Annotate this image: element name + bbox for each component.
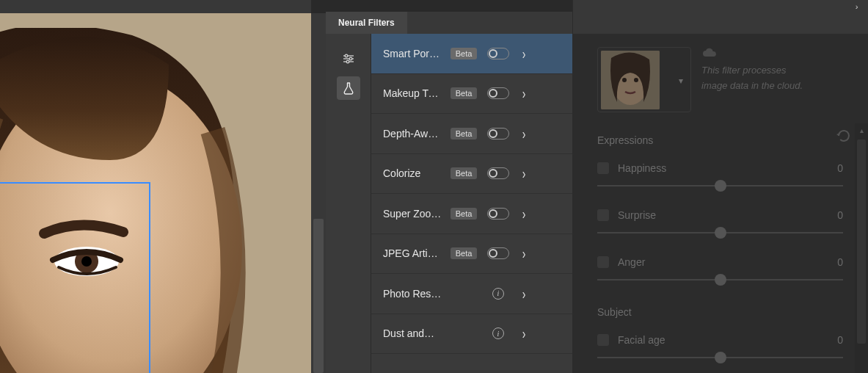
panel-body: Smart Por…Beta›Makeup Tr…Beta›Depth-Awa……	[326, 34, 572, 373]
expand-panel-button[interactable]: ››	[847, 1, 864, 12]
filter-item-6[interactable]: Photo Res…i›	[371, 274, 572, 314]
chevron-right-icon: ›	[522, 85, 526, 101]
filter-label: Depth-Awa…	[383, 128, 442, 140]
chevron-right-icon: ›	[522, 286, 526, 302]
filter-item-0[interactable]: Smart Por…Beta›	[371, 34, 572, 74]
slider-value: 0	[837, 256, 843, 268]
filter-toggle[interactable]	[487, 128, 509, 140]
document-tab-bar	[0, 0, 311, 13]
beta-badge: Beta	[451, 208, 478, 220]
slider-checkbox[interactable]	[597, 209, 609, 221]
slider-track[interactable]	[597, 225, 843, 240]
canvas-scrollbar[interactable]	[311, 13, 326, 373]
badge-slot: Beta	[449, 167, 478, 179]
cloud-notice-line1: This filter processes	[701, 63, 843, 79]
filter-toggle[interactable]	[487, 87, 509, 99]
slider-knob[interactable]	[715, 352, 726, 363]
slider-track[interactable]	[597, 350, 843, 365]
subject-slider-0: Facial age0	[597, 334, 843, 365]
section-title-expressions: Expressions	[597, 134, 843, 146]
filter-label: Dust and…	[383, 327, 442, 339]
slider-value: 0	[837, 162, 843, 174]
chevron-slot: ›	[518, 247, 530, 259]
filter-item-3[interactable]: ColorizeBeta›	[371, 154, 572, 195]
chevron-slot: ›	[518, 208, 530, 220]
filter-item-5[interactable]: JPEG Arti…Beta›	[371, 234, 572, 275]
chevron-slot: ›	[518, 327, 530, 339]
chevron-right-icon: ›	[522, 206, 526, 222]
face-thumbnail	[601, 51, 660, 109]
filter-toggle[interactable]	[487, 208, 509, 220]
slider-label: Happiness	[618, 162, 666, 174]
beta-badge: Beta	[451, 167, 478, 179]
svg-point-7	[349, 57, 352, 60]
panel-tab-strip: Neural Filters	[326, 12, 572, 34]
beta-filters-button[interactable]	[337, 76, 360, 100]
slider-track[interactable]	[597, 272, 843, 287]
toggle-slot	[486, 167, 511, 179]
slider-checkbox[interactable]	[597, 256, 609, 268]
beta-badge: Beta	[451, 247, 478, 259]
toggle-slot	[486, 87, 511, 99]
slider-knob[interactable]	[715, 274, 726, 286]
filter-toggle[interactable]	[487, 167, 509, 179]
neural-filters-panel: Neural Filters	[326, 0, 572, 373]
slider-label: Facial age	[618, 334, 665, 346]
toggle-slot	[486, 48, 511, 59]
svg-point-5	[345, 54, 348, 57]
featured-filters-button[interactable]	[337, 47, 360, 70]
face-selector[interactable]: ▾	[597, 47, 691, 112]
toggle-slot	[486, 128, 511, 140]
app-root: Neural Filters	[0, 0, 868, 373]
slider-header: Anger0	[597, 256, 843, 268]
info-icon[interactable]: i	[492, 327, 504, 339]
filter-item-4[interactable]: Super Zoo…Beta›	[371, 194, 572, 234]
cloud-notice: This filter processes image data in the …	[701, 47, 843, 94]
chevron-down-icon: ▾	[679, 76, 683, 86]
filter-item-2[interactable]: Depth-Awa…Beta›	[371, 114, 572, 154]
tab-neural-filters[interactable]: Neural Filters	[326, 12, 407, 34]
reset-button[interactable]	[836, 129, 850, 142]
badge-slot: Beta	[449, 87, 478, 99]
info-icon[interactable]: i	[492, 288, 504, 300]
filter-toggle[interactable]	[487, 48, 509, 59]
undo-icon	[836, 129, 850, 142]
slider-label: Surprise	[618, 209, 656, 221]
slider-header: Facial age0	[597, 334, 843, 346]
chevron-right-icon: ›	[522, 165, 526, 181]
chevron-slot: ›	[518, 128, 530, 140]
beta-badge: Beta	[451, 87, 478, 99]
slider-header: Surprise0	[597, 209, 843, 221]
filter-properties-panel: ›› ▾	[572, 0, 868, 373]
document-canvas[interactable]	[0, 13, 311, 373]
sliders-icon	[342, 52, 355, 65]
cloud-icon	[701, 47, 843, 59]
beta-badge: Beta	[451, 128, 478, 140]
slider-track[interactable]	[597, 178, 843, 193]
chevron-right-icon: ›	[522, 325, 526, 341]
filter-mode-column	[326, 34, 371, 373]
chevron-slot: ›	[518, 167, 530, 179]
toggle-slot: i	[486, 327, 511, 339]
expression-slider-0: Happiness0	[597, 162, 843, 193]
slider-checkbox[interactable]	[597, 334, 609, 346]
properties-topbar: ››	[572, 0, 868, 34]
scrollbar-thumb[interactable]	[313, 219, 324, 373]
chevron-slot: ›	[518, 87, 530, 99]
scrollbar-thumb[interactable]	[857, 140, 866, 344]
filter-label: JPEG Arti…	[383, 247, 442, 259]
svg-point-9	[346, 60, 349, 63]
scroll-up-button[interactable]: ▴	[855, 123, 868, 137]
expression-slider-2: Anger0	[597, 256, 843, 287]
chevron-right-icon: ›	[522, 126, 526, 142]
slider-knob[interactable]	[715, 227, 726, 239]
canvas-area	[0, 0, 326, 373]
slider-knob[interactable]	[715, 180, 726, 192]
filter-item-7[interactable]: Dust and…i›	[371, 314, 572, 355]
filter-item-1[interactable]: Makeup Tr…Beta›	[371, 74, 572, 115]
filter-toggle[interactable]	[487, 247, 509, 259]
slider-checkbox[interactable]	[597, 162, 609, 174]
properties-scrollbar[interactable]: ▴	[855, 137, 868, 373]
slider-value: 0	[837, 209, 843, 221]
filter-label: Photo Res…	[383, 288, 442, 300]
